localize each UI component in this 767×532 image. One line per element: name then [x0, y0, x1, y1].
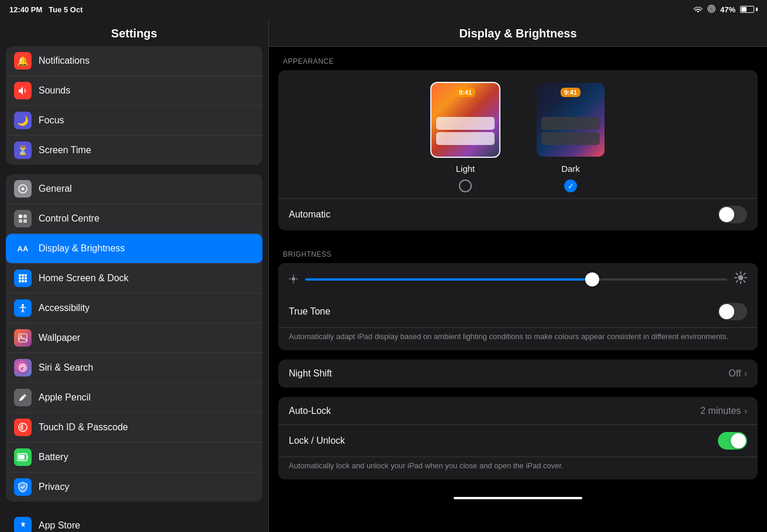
svg-line-39	[737, 281, 738, 282]
auto-lock-group: Auto-Lock 2 minutes › Lock / Unlock Auto…	[278, 397, 758, 479]
light-radio[interactable]	[459, 179, 472, 192]
home-screen-icon	[14, 270, 32, 287]
battery-sidebar-icon	[14, 448, 32, 466]
sidebar-item-touch-id[interactable]: Touch ID & Passcode	[6, 413, 262, 443]
automatic-toggle-thumb	[719, 207, 734, 222]
brightness-slider-row[interactable]	[278, 263, 758, 296]
sidebar-item-privacy[interactable]: Privacy	[6, 472, 262, 502]
lock-unlock-label: Lock / Unlock	[289, 436, 718, 446]
auto-lock-row[interactable]: Auto-Lock 2 minutes ›	[278, 397, 758, 425]
brightness-fill	[305, 278, 592, 281]
target-icon	[707, 5, 716, 15]
focus-icon: 🌙	[14, 112, 32, 129]
wallpaper-icon	[14, 329, 32, 347]
siri-icon	[14, 359, 32, 376]
sidebar-group-top: 🔔 Notifications Sounds 🌙 Focus ⏳ Screen …	[6, 46, 262, 165]
svg-rect-25	[18, 455, 25, 460]
automatic-toggle[interactable]	[718, 206, 747, 223]
svg-line-36	[737, 274, 738, 275]
sidebar-group-mid: General Control Centre AA Display &	[6, 174, 262, 502]
sun-large-icon	[734, 271, 747, 288]
svg-point-2	[711, 8, 712, 9]
battery-percentage: 47%	[720, 5, 735, 14]
sidebar-item-apple-pencil[interactable]: Apple Pencil	[6, 383, 262, 413]
dark-radio-checkmark: ✓	[568, 182, 574, 191]
lock-unlock-toggle-thumb	[731, 433, 746, 448]
dark-radio[interactable]: ✓	[564, 179, 577, 192]
true-tone-label: True Tone	[289, 306, 718, 317]
svg-point-23	[22, 427, 23, 428]
sidebar-item-display-brightness[interactable]: AA Display & Brightness	[6, 234, 262, 264]
sidebar-item-accessibility[interactable]: Accessibility	[6, 293, 262, 323]
appearance-cards: 9:41 Light 9:41	[278, 70, 758, 198]
sidebar-item-screen-time[interactable]: ⏳ Screen Time	[6, 136, 262, 165]
privacy-icon	[14, 478, 32, 496]
night-shift-chevron: ›	[744, 369, 747, 378]
light-card-name: Light	[456, 164, 475, 174]
sidebar-item-app-store[interactable]: App Store	[6, 511, 262, 532]
sidebar-item-focus[interactable]: 🌙 Focus	[6, 106, 262, 136]
true-tone-toggle-thumb	[719, 304, 734, 319]
svg-line-38	[744, 274, 745, 275]
sidebar-item-notifications[interactable]: 🔔 Notifications	[6, 46, 262, 76]
sidebar-item-sounds[interactable]: Sounds	[6, 76, 262, 106]
sidebar-item-control-centre[interactable]: Control Centre	[6, 204, 262, 234]
status-time-date: 12:40 PM Tue 5 Oct	[9, 5, 83, 14]
svg-rect-12	[19, 277, 21, 279]
svg-rect-14	[25, 277, 27, 279]
svg-point-4	[22, 188, 25, 191]
svg-rect-13	[22, 277, 24, 279]
display-brightness-icon: AA	[14, 240, 32, 257]
appearance-card-dark[interactable]: 9:41 Dark ✓	[535, 82, 606, 192]
auto-lock-value: 2 minutes	[700, 406, 741, 416]
appearance-card-light[interactable]: 9:41 Light	[430, 82, 500, 192]
sidebar-item-home-screen[interactable]: Home Screen & Dock	[6, 264, 262, 293]
svg-rect-19	[19, 334, 27, 342]
touch-id-icon	[14, 419, 32, 436]
panel-title: Display & Brightness	[269, 19, 767, 47]
sun-small-icon	[289, 274, 298, 285]
lock-unlock-hint: Automatically lock and unlock your iPad …	[278, 457, 758, 479]
svg-point-21	[19, 364, 26, 371]
svg-rect-17	[25, 280, 27, 282]
screen-time-icon: ⏳	[14, 141, 32, 159]
svg-rect-9	[19, 274, 21, 277]
brightness-thumb[interactable]	[585, 272, 599, 286]
svg-rect-15	[19, 280, 21, 282]
lock-unlock-toggle[interactable]	[718, 432, 747, 450]
svg-point-18	[22, 304, 24, 306]
true-tone-hint: Automatically adapt iPad display based o…	[278, 328, 758, 350]
accessibility-icon	[14, 299, 32, 317]
sidebar-item-battery[interactable]: Battery	[6, 443, 262, 472]
brightness-group: True Tone Automatically adapt iPad displ…	[278, 263, 758, 350]
svg-rect-16	[22, 280, 24, 282]
svg-rect-6	[23, 215, 27, 218]
sidebar-item-siri-search[interactable]: Siri & Search	[6, 353, 262, 383]
night-shift-row[interactable]: Night Shift Off ›	[278, 360, 758, 388]
light-card-time: 9:41	[455, 88, 475, 97]
notifications-icon: 🔔	[14, 52, 32, 70]
main-layout: Settings 🔔 Notifications Sounds 🌙 Focus	[0, 19, 767, 532]
scroll-indicator	[454, 497, 582, 499]
sidebar-item-wallpaper[interactable]: Wallpaper	[6, 323, 262, 353]
svg-rect-7	[19, 219, 22, 223]
appearance-section-label: APPEARANCE	[269, 47, 767, 70]
sidebar: Settings 🔔 Notifications Sounds 🌙 Focus	[0, 19, 269, 532]
wifi-icon	[693, 5, 703, 14]
sidebar-item-general[interactable]: General	[6, 174, 262, 204]
svg-line-37	[744, 281, 745, 282]
svg-rect-11	[25, 274, 27, 277]
svg-point-31	[738, 275, 744, 281]
dark-card-name: Dark	[561, 164, 580, 174]
true-tone-toggle[interactable]	[718, 303, 747, 320]
brightness-track[interactable]	[305, 278, 727, 281]
status-bar: 12:40 PM Tue 5 Oct 47%	[0, 0, 767, 19]
auto-lock-label: Auto-Lock	[289, 406, 700, 416]
auto-lock-chevron: ›	[744, 406, 747, 416]
svg-point-20	[20, 336, 22, 337]
brightness-section-label: BRIGHTNESS	[269, 240, 767, 263]
night-shift-group: Night Shift Off ›	[278, 360, 758, 388]
status-indicators: 47%	[693, 5, 758, 15]
apple-pencil-icon	[14, 389, 32, 406]
night-shift-value: Off	[728, 368, 741, 379]
